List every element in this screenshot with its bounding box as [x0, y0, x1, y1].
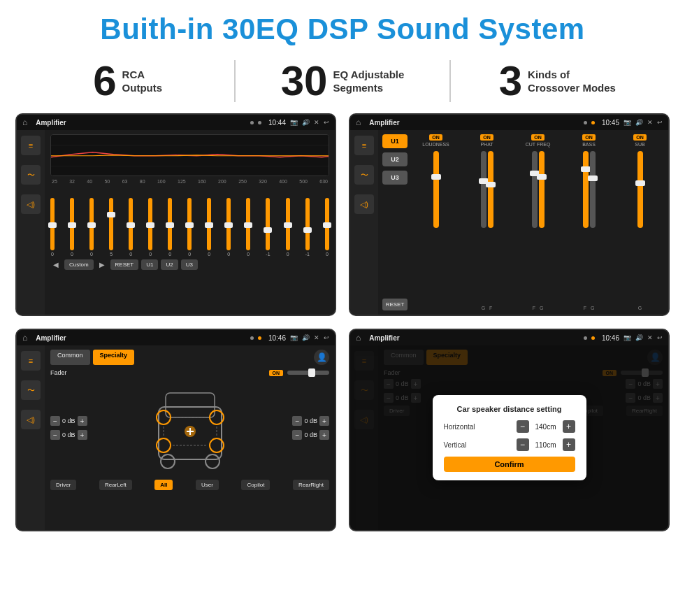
fader-tune-btn[interactable]: ≡: [21, 351, 41, 371]
slider-320[interactable]: -1: [266, 198, 270, 257]
status-time-1: 10:44: [268, 119, 286, 127]
fader-main-panel: Common Specialty 👤 Fader ON: [45, 345, 335, 530]
dialog-title: Car speaker distance setting: [444, 405, 575, 413]
slider-125[interactable]: 0: [187, 198, 192, 257]
eq-reset-btn[interactable]: RESET: [110, 259, 139, 270]
amp-speaker-btn[interactable]: ◁): [354, 194, 374, 214]
back-icon-3: ↩: [324, 334, 329, 341]
amp-reset-btn[interactable]: RESET: [382, 299, 408, 310]
fader-bottom-bar: Driver RearLeft All User Copilot RearRig…: [50, 480, 329, 490]
slider-32[interactable]: 0: [70, 198, 74, 257]
user-btn[interactable]: User: [196, 480, 219, 490]
status-time-2: 10:45: [602, 119, 619, 127]
amp-tune-btn[interactable]: ≡: [354, 136, 374, 155]
left-top-plus[interactable]: +: [78, 416, 87, 426]
rearleft-btn[interactable]: RearLeft: [99, 480, 132, 490]
close-icon-4: ✕: [647, 334, 653, 341]
rec-dot-2: [591, 121, 595, 124]
page-container: Buith-in 30EQ DSP Sound System 6 RCA Out…: [0, 0, 685, 616]
amp-wave-btn[interactable]: 〜: [354, 165, 374, 185]
tab-common[interactable]: Common: [50, 350, 90, 365]
right-top-minus[interactable]: −: [292, 416, 302, 426]
svg-point-6: [161, 454, 175, 468]
bass-label: BASS: [582, 142, 596, 147]
car-svg-container: [92, 379, 289, 477]
back-icon-2: ↩: [657, 119, 663, 126]
amp-main-panel: U1 U2 U3 RESET ON LOUDNESS: [378, 130, 668, 315]
cutfreq-on[interactable]: ON: [531, 134, 545, 141]
vertical-plus-btn[interactable]: +: [563, 438, 575, 451]
vertical-minus-btn[interactable]: −: [517, 438, 529, 451]
eq-side-panel: ≡ 〜 ◁): [17, 130, 45, 315]
slider-250[interactable]: 0: [246, 198, 250, 257]
bass-slider-g[interactable]: [590, 151, 596, 228]
slider-63[interactable]: 0: [129, 198, 133, 257]
bass-on[interactable]: ON: [582, 134, 596, 141]
slider-100[interactable]: 0: [168, 198, 172, 257]
home-icon: ⌂: [22, 117, 27, 127]
slider-400[interactable]: 0: [286, 198, 290, 257]
phat-slider-f[interactable]: [488, 151, 493, 228]
slider-80[interactable]: 0: [148, 198, 152, 257]
left-bot-plus[interactable]: +: [78, 430, 87, 440]
right-bot-minus[interactable]: −: [292, 430, 302, 440]
left-top-minus[interactable]: −: [50, 416, 60, 426]
tab-specialty[interactable]: Specialty: [93, 350, 135, 365]
driver-btn[interactable]: Driver: [50, 480, 76, 490]
amp-u1-btn[interactable]: U1: [382, 134, 408, 148]
eq-prev-btn[interactable]: ◀: [50, 259, 62, 270]
left-db-controls: − 0 dB + − 0 dB +: [50, 416, 87, 440]
vertical-value: 110cm: [532, 441, 560, 449]
phat-on[interactable]: ON: [480, 134, 493, 141]
eq-screen-content: ≡ 〜 ◁): [17, 130, 335, 315]
all-btn[interactable]: All: [154, 480, 173, 490]
status-bar-3: ⌂ Amplifier 10:46 📷 🔊 ✕ ↩: [17, 330, 335, 345]
eq-speaker-btn[interactable]: ◁): [21, 194, 41, 214]
bass-slider-f[interactable]: [583, 151, 589, 228]
cutfreq-slider-g[interactable]: [539, 151, 545, 228]
fader-wave-btn[interactable]: 〜: [21, 380, 41, 400]
vertical-label: Vertical: [444, 441, 486, 449]
loudness-slider[interactable]: [433, 151, 439, 228]
eq-next-btn[interactable]: ▶: [96, 259, 108, 270]
slider-50[interactable]: 5: [109, 198, 113, 257]
left-bot-minus[interactable]: −: [50, 430, 60, 440]
right-top-plus[interactable]: +: [319, 416, 329, 426]
home-icon-2: ⌂: [356, 117, 361, 127]
slider-500[interactable]: -1: [305, 198, 310, 257]
amp-u3-btn[interactable]: U3: [382, 171, 408, 185]
rearright-btn[interactable]: RearRight: [293, 480, 329, 490]
sub-slider[interactable]: [637, 151, 643, 228]
right-bot-plus[interactable]: +: [319, 430, 329, 440]
amp-u2-btn[interactable]: U2: [382, 152, 408, 166]
amp-bass: ON BASS FG: [565, 134, 613, 310]
confirm-button[interactable]: Confirm: [444, 457, 575, 472]
slider-160[interactable]: 0: [207, 198, 211, 257]
copilot-btn[interactable]: Copilot: [241, 480, 270, 490]
cutfreq-slider-f[interactable]: [532, 151, 538, 228]
eq-u3-btn[interactable]: U3: [181, 259, 198, 270]
stat-eq-number: 30: [281, 60, 328, 102]
sub-on[interactable]: ON: [633, 134, 647, 141]
fader-on-badge[interactable]: ON: [269, 370, 284, 376]
amp-loudness: ON LOUDNESS: [412, 134, 460, 310]
slider-200[interactable]: 0: [226, 198, 231, 257]
right-bot-db: − 0 dB +: [292, 430, 329, 440]
slider-40[interactable]: 0: [89, 198, 94, 257]
eq-bottom-bar: ◀ Custom ▶ RESET U1 U2 U3: [50, 259, 329, 270]
horizontal-minus-btn[interactable]: −: [517, 420, 529, 433]
slider-25[interactable]: 0: [50, 198, 55, 257]
fader-side-panel: ≡ 〜 ◁): [17, 345, 45, 530]
eq-u2-btn[interactable]: U2: [161, 259, 178, 270]
fader-speaker-btn[interactable]: ◁): [21, 410, 41, 429]
phat-slider-g[interactable]: [481, 151, 486, 228]
loudness-on[interactable]: ON: [429, 134, 442, 141]
eq-tune-btn[interactable]: ≡: [21, 136, 41, 155]
fader-slider[interactable]: [287, 371, 329, 375]
eq-wave-btn[interactable]: 〜: [21, 165, 41, 185]
slider-630[interactable]: 0: [325, 198, 329, 257]
horizontal-plus-btn[interactable]: +: [563, 420, 575, 433]
amp-phat: ON PHAT GF: [463, 134, 511, 310]
rec-dot-1: [584, 121, 587, 124]
eq-u1-btn[interactable]: U1: [141, 259, 158, 270]
